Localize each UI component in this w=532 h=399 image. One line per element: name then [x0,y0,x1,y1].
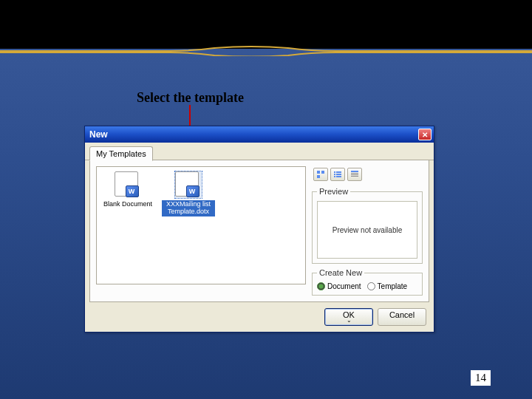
dialog-body: Blank Document XXXMailing list Template.… [89,160,429,302]
dialog-footer: OK ⌄ Cancel [85,302,434,332]
template-item-blank[interactable]: Blank Document [101,171,154,209]
word-doc-icon [115,171,141,198]
template-label: XXXMailing list Template.dotx [162,200,215,216]
create-new-fieldset: Create New Document Template [312,268,423,296]
svg-rect-5 [334,174,335,175]
preview-fieldset: Preview Preview not available [312,187,423,264]
new-template-dialog: New ✕ My Templates Blank Document XXXMai… [84,126,434,332]
preview-box: Preview not available [317,201,417,259]
view-mode-buttons [312,166,423,183]
svg-rect-11 [351,174,358,175]
svg-rect-7 [334,176,335,177]
svg-rect-8 [336,176,341,177]
callout-annotation: Select the template [137,90,244,106]
svg-rect-9 [351,171,358,172]
svg-rect-2 [317,175,320,178]
create-new-legend: Create New [317,268,364,277]
radio-template-input[interactable] [367,282,375,290]
radio-template[interactable]: Template [367,282,408,290]
view-list-button[interactable] [330,168,345,181]
dialog-titlebar[interactable]: New ✕ [85,126,434,143]
slide-number: 14 [471,370,491,386]
template-item-mailing[interactable]: XXXMailing list Template.dotx [162,171,215,216]
list-icon [333,170,342,179]
template-label: Blank Document [102,200,154,209]
details-icon [350,170,359,179]
cancel-button[interactable]: Cancel [378,308,426,326]
slide-title: Filling in a Form Document [6,6,322,37]
cancel-label: Cancel [389,310,415,319]
ok-button[interactable]: OK ⌄ [324,308,373,326]
svg-rect-4 [336,171,341,173]
svg-rect-6 [336,174,341,175]
svg-rect-10 [351,173,358,174]
chevron-down-icon: ⌄ [331,318,366,324]
radio-document-label: Document [327,282,361,290]
close-icon: ✕ [422,131,428,139]
radio-document-input[interactable] [317,282,325,290]
right-pane: Preview Preview not available Create New… [312,166,423,296]
svg-rect-1 [321,171,324,174]
dialog-title: New [89,129,108,140]
svg-rect-0 [317,171,320,174]
template-list-pane: Blank Document XXXMailing list Template.… [96,166,306,284]
tab-my-templates[interactable]: My Templates [89,146,153,161]
view-details-button[interactable] [347,168,362,181]
radio-template-label: Template [378,282,408,290]
word-template-icon [175,171,202,198]
close-button[interactable]: ✕ [418,129,432,140]
preview-unavailable-text: Preview not available [332,226,403,234]
radio-document[interactable]: Document [317,282,361,290]
view-large-icons-button[interactable] [313,168,328,181]
svg-rect-12 [351,176,358,177]
large-icons-icon [316,170,325,179]
svg-rect-3 [334,171,335,173]
preview-legend: Preview [317,187,350,196]
tab-strip: My Templates [85,143,434,160]
